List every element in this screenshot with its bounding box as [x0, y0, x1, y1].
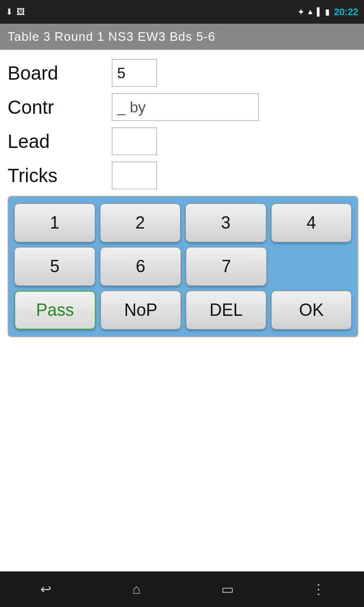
- tricks-input[interactable]: [112, 162, 157, 189]
- keypad-row-1: 1 2 3 4: [14, 203, 352, 242]
- nav-recents[interactable]: ▭: [209, 578, 246, 601]
- key-pass[interactable]: Pass: [14, 291, 96, 330]
- contr-label: Contr: [8, 97, 112, 118]
- board-label: Board: [8, 63, 112, 84]
- tricks-label: Tricks: [8, 165, 112, 186]
- lead-input[interactable]: [112, 128, 157, 155]
- contr-row: Contr: [8, 93, 356, 121]
- connectivity-icons: ✦ ▲ ▌ ▮: [298, 8, 329, 17]
- clock: 20:22: [334, 7, 358, 18]
- key-empty: [272, 247, 352, 286]
- signal-icon: ▌: [317, 8, 322, 16]
- nav-home[interactable]: ⌂: [118, 578, 155, 601]
- status-left-icons: ⬇ 🖼: [6, 7, 25, 17]
- header-bar: Table 3 Round 1 NS3 EW3 Bds 5-6: [0, 24, 364, 50]
- battery-icon: ▮: [325, 8, 329, 17]
- key-ok[interactable]: OK: [271, 291, 352, 330]
- key-2[interactable]: 2: [100, 203, 181, 242]
- key-5[interactable]: 5: [14, 247, 95, 286]
- header-title: Table 3 Round 1 NS3 EW3 Bds 5-6: [8, 29, 216, 44]
- contr-input[interactable]: [112, 93, 259, 121]
- status-bar: ⬇ 🖼 ✦ ▲ ▌ ▮ 20:22: [0, 0, 364, 24]
- key-nop[interactable]: NoP: [100, 291, 181, 330]
- key-del[interactable]: DEL: [186, 291, 266, 330]
- nav-back[interactable]: ↩: [27, 578, 64, 601]
- lead-row: Lead: [8, 128, 356, 155]
- keypad-area: 1 2 3 4 5 6 7 Pass NoP DEL OK: [8, 196, 358, 337]
- bottom-nav: ↩ ⌂ ▭ ⋮: [0, 571, 364, 607]
- download-icon: ⬇: [6, 7, 13, 17]
- keypad-row-2: 5 6 7: [14, 247, 352, 286]
- key-4[interactable]: 4: [271, 203, 352, 242]
- bluetooth-icon: ✦: [298, 8, 304, 17]
- main-content: Board Contr Lead Tricks 1 2 3 4 5 6 7: [0, 50, 364, 337]
- key-3[interactable]: 3: [185, 203, 266, 242]
- keypad-row-3: Pass NoP DEL OK: [14, 291, 352, 330]
- nav-menu[interactable]: ⋮: [300, 578, 337, 601]
- key-6[interactable]: 6: [100, 247, 181, 286]
- lead-label: Lead: [8, 131, 112, 152]
- key-7[interactable]: 7: [186, 247, 267, 286]
- tricks-row: Tricks: [8, 162, 356, 189]
- board-row: Board: [8, 59, 356, 87]
- key-1[interactable]: 1: [14, 203, 95, 242]
- status-right-group: ✦ ▲ ▌ ▮ 20:22: [298, 7, 358, 18]
- board-input[interactable]: [112, 59, 157, 87]
- image-icon: 🖼: [17, 7, 25, 17]
- wifi-icon: ▲: [307, 8, 314, 16]
